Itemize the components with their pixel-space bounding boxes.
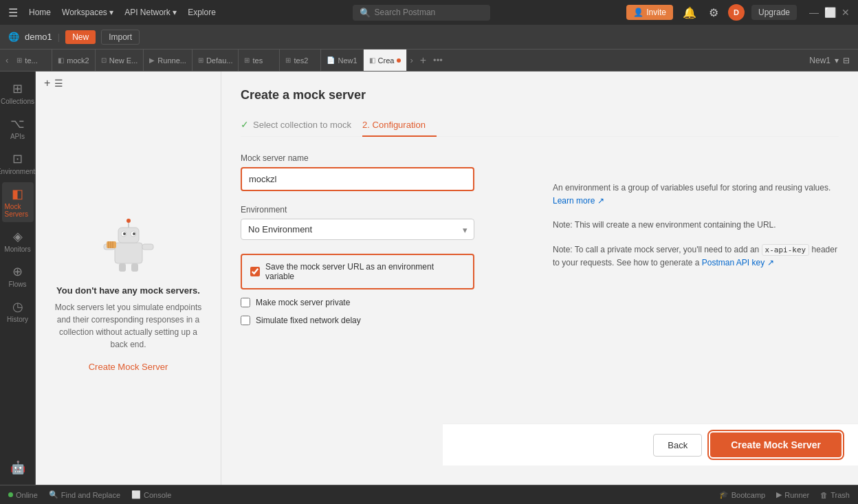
workspace-name[interactable]: demo1 <box>25 32 52 42</box>
private-checkbox-row: Make mock server private <box>241 298 839 307</box>
mock-server-name-input[interactable] <box>241 167 474 191</box>
new-tab-button[interactable]: + <box>416 54 430 67</box>
svg-rect-12 <box>107 241 116 248</box>
svg-rect-0 <box>115 243 142 263</box>
online-status[interactable]: Online <box>8 491 38 499</box>
avatar[interactable]: D <box>728 4 745 21</box>
empty-description: Mock servers let you simulate endpoints … <box>50 301 207 351</box>
close-button[interactable]: ✕ <box>842 7 850 18</box>
hamburger-icon[interactable]: ☰ <box>8 6 18 19</box>
sidebar-item-mock-servers[interactable]: ◧ Mock Servers <box>2 182 34 222</box>
tab-icon: ⊞ <box>244 56 250 64</box>
create-mock-server-link[interactable]: Create Mock Server <box>89 362 168 372</box>
bootcamp-icon: 🎓 <box>719 490 729 499</box>
tab-icon: ⊡ <box>101 56 107 64</box>
empty-state: You don't have any mock servers. Mock se… <box>36 95 221 485</box>
sidebar-item-environments[interactable]: ⊡ Environments <box>2 147 34 179</box>
save-url-checkbox[interactable] <box>250 267 260 276</box>
create-mock-server-button[interactable]: Create Mock Server <box>710 432 842 457</box>
sidebar-item-bot[interactable]: 🤖 <box>2 456 34 479</box>
step-check-icon: ✓ <box>241 119 249 130</box>
tabs-scroll-left[interactable]: ‹ <box>3 55 11 65</box>
environment-select[interactable]: No Environment <box>241 219 474 240</box>
back-button[interactable]: Back <box>653 434 702 457</box>
menu-home[interactable]: Home <box>29 8 51 17</box>
status-bar: Online 🔍 Find and Replace ⬜ Console 🎓 Bo… <box>0 485 858 504</box>
menu-workspaces[interactable]: Workspaces ▾ <box>62 8 113 17</box>
left-panel-header: + ☰ <box>36 72 221 95</box>
tabs-bar: ‹ ⊞ te... ◧ mock2 ⊡ New E... ▶ Runne... … <box>0 50 858 72</box>
sidebar-item-apis[interactable]: ⌥ APIs <box>2 112 34 144</box>
sidebar-bottom: 🤖 <box>2 456 34 485</box>
info-text-3: Note: To call a private mock server, you… <box>553 243 842 270</box>
sidebar-item-history[interactable]: ◷ History <box>2 295 34 327</box>
step-select-collection[interactable]: ✓ Select collection to mock <box>241 113 362 137</box>
search-icon: 🔍 <box>360 8 371 18</box>
mock-servers-icon: ◧ <box>12 186 23 201</box>
simulate-delay-label[interactable]: Simulate fixed network delay <box>256 316 361 325</box>
find-replace-item[interactable]: 🔍 Find and Replace <box>49 490 120 499</box>
menu-api-network[interactable]: API Network ▾ <box>124 8 177 17</box>
invite-button[interactable]: 👤 Invite <box>626 5 673 20</box>
console-item[interactable]: ⬜ Console <box>131 490 171 499</box>
tab-runner[interactable]: ▶ Runne... <box>144 50 192 72</box>
left-panel: + ☰ <box>36 72 221 485</box>
tab-icon: ▶ <box>149 56 155 64</box>
svg-rect-9 <box>142 244 153 250</box>
tab-tes2[interactable]: ⊞ tes2 <box>280 50 321 72</box>
workspace-bar: 🌐 demo1 | New Import <box>0 25 858 50</box>
action-bar: Back Create Mock Server <box>443 424 858 465</box>
tab-collection-te[interactable]: ⊞ te... <box>11 50 52 72</box>
save-url-label[interactable]: Save the mock server URL as an environme… <box>265 262 465 281</box>
tab-create[interactable]: ◧ Crea <box>364 50 408 72</box>
trash-icon: 🗑 <box>820 491 828 499</box>
content-wrapper: Create a mock server ✓ Select collection… <box>221 72 858 485</box>
tab-default[interactable]: ⊞ Defau... <box>192 50 239 72</box>
tab-layout-icon[interactable]: ⊟ <box>843 56 850 65</box>
trash-item[interactable]: 🗑 Trash <box>820 490 850 499</box>
tabs-scroll-right[interactable]: › <box>407 55 415 65</box>
titlebar-right: 👤 Invite 🔔 ⚙ D Upgrade — ⬜ ✕ <box>626 4 850 21</box>
tab-tes[interactable]: ⊞ tes <box>239 50 280 72</box>
empty-title: You don't have any mock servers. <box>56 285 200 296</box>
maximize-button[interactable]: ⬜ <box>824 7 836 18</box>
upgrade-button[interactable]: Upgrade <box>751 5 797 20</box>
step-configuration[interactable]: 2. Configuration <box>362 114 437 137</box>
bot-icon: 🤖 <box>10 460 25 475</box>
tabs-more-button[interactable]: ••• <box>430 55 446 65</box>
sidebar-item-flows[interactable]: ⊕ Flows <box>2 260 34 292</box>
minimize-button[interactable]: — <box>809 7 819 18</box>
learn-more-link[interactable]: Learn more ↗ <box>553 196 604 206</box>
runner-item[interactable]: ▶ Runner <box>776 490 809 499</box>
tab-new1[interactable]: 📄 New1 <box>321 50 363 72</box>
private-label[interactable]: Make mock server private <box>256 298 350 307</box>
runner-icon: ▶ <box>776 490 782 499</box>
tab-title-right: New1 ▾ ⊟ <box>809 56 855 65</box>
tab-icon: 📄 <box>327 56 335 64</box>
bootcamp-item[interactable]: 🎓 Bootcamp <box>719 490 766 499</box>
add-icon[interactable]: + <box>44 77 50 89</box>
filter-icon[interactable]: ☰ <box>54 78 63 89</box>
menu-explore[interactable]: Explore <box>188 8 216 17</box>
private-checkbox[interactable] <box>241 298 250 307</box>
new-button[interactable]: New <box>65 30 96 44</box>
tab-mock2[interactable]: ◧ mock2 <box>52 50 95 72</box>
invite-icon: 👤 <box>633 8 644 17</box>
sidebar-item-collections[interactable]: ⊞ Collections <box>2 77 34 109</box>
tab-new-env[interactable]: ⊡ New E... <box>96 50 144 72</box>
tab-dropdown-icon[interactable]: ▾ <box>835 56 839 65</box>
import-button[interactable]: Import <box>101 30 140 45</box>
simulate-delay-checkbox[interactable] <box>241 316 250 325</box>
save-url-checkbox-section: Save the mock server URL as an environme… <box>241 254 474 289</box>
tab-icon: ⊞ <box>16 56 22 64</box>
api-key-link[interactable]: Postman API key ↗ <box>702 258 774 267</box>
flows-icon: ⊕ <box>12 264 23 279</box>
save-url-row: Save the mock server URL as an environme… <box>250 262 465 281</box>
tab-icon: ⊞ <box>285 56 291 64</box>
sidebar-item-monitors[interactable]: ◈ Monitors <box>2 225 34 257</box>
page-title: Create a mock server <box>241 88 839 102</box>
notifications-icon[interactable]: 🔔 <box>680 5 699 21</box>
settings-icon[interactable]: ⚙ <box>706 5 721 21</box>
search-input[interactable] <box>375 8 464 17</box>
delay-checkbox-row: Simulate fixed network delay <box>241 316 839 325</box>
